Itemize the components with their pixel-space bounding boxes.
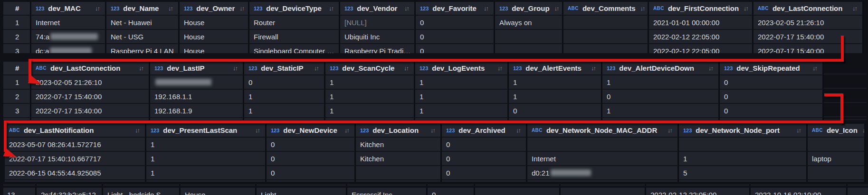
- column-header-dev_LogEvents[interactable]: 123dev_LogEvents↓↑: [415, 62, 509, 74]
- column-header-dev_Vendor[interactable]: 123dev_Vendor↓↑: [340, 2, 416, 15]
- sort-icon[interactable]: ↓↑: [250, 127, 259, 134]
- column-header-dev_NewDevice[interactable]: 123dev_NewDevice↓↑: [267, 124, 356, 137]
- empty-cell: [103, 184, 181, 186]
- sort-icon[interactable]: ↓↑: [340, 127, 349, 134]
- column-header-dev_AlertDeviceDown[interactable]: 123dev_AlertDeviceDown↓↑: [602, 62, 720, 74]
- sort-icon[interactable]: ↓↑: [324, 5, 333, 12]
- number-type-icon: 123: [724, 65, 733, 71]
- column-header-dev_DeviceType[interactable]: 123dev_DeviceType↓↑: [249, 2, 340, 15]
- cell-dev_LastConnection: 2022-07-17 15:40:00: [31, 103, 150, 117]
- column-header-dev_Network_Node_port[interactable]: 123dev_Network_Node_port↓↑: [679, 124, 808, 137]
- cell-dev_SkipRepeated: 0: [720, 103, 824, 117]
- cell-dev_Owner: House: [181, 187, 257, 195]
- column-header-dev_ScanCycle[interactable]: 123dev_ScanCycle↓↑: [325, 62, 415, 74]
- column-header-dev_LastConnection[interactable]: ABCdev_LastConnection↓↑: [754, 2, 864, 15]
- cell-value: Net - Huawei: [111, 19, 152, 27]
- column-label: #: [15, 64, 19, 72]
- cell-dev_Network_Node_MAC_ADDR: d0:21: [527, 165, 679, 179]
- cell-dev_Owner: House: [180, 43, 249, 53]
- column-header-dev_Network_Node_MAC_ADDR[interactable]: ABCdev_Network_Node_MAC_ADDR↓↑: [527, 124, 679, 137]
- cell-value: 1: [330, 107, 334, 115]
- sort-icon[interactable]: ↓↑: [663, 127, 672, 134]
- column-label: dev_Vendor: [357, 4, 397, 12]
- sort-icon[interactable]: ↓↑: [309, 65, 318, 72]
- column-header-dev_Comments[interactable]: ABCdev_Comments↓↑: [563, 2, 649, 15]
- sort-icon[interactable]: ↓↑: [479, 5, 488, 12]
- sort-icon[interactable]: ↓↑: [739, 5, 748, 12]
- empty-row-sliver: [3, 184, 868, 186]
- cell-value: 2022-07-17 15:40:00: [36, 93, 102, 101]
- column-header-dev_Icon[interactable]: ABCdev_Icon↓↑: [808, 124, 866, 137]
- empty-cell: [602, 117, 720, 120]
- sort-icon[interactable]: ↓↑: [636, 5, 645, 12]
- column-label: dev_FirstConnection: [668, 4, 739, 12]
- column-header-dev_Owner[interactable]: 123dev_Owner↓↑: [180, 2, 249, 15]
- sort-icon[interactable]: ↓↑: [235, 5, 244, 12]
- cell-dev_Location: Kitchen: [356, 151, 442, 165]
- sort-icon[interactable]: ↓↑: [163, 5, 172, 12]
- sort-icon[interactable]: ↓↑: [400, 5, 409, 12]
- column-header-dev_MAC[interactable]: 123dev_MAC↓↑: [31, 2, 106, 15]
- column-label: dev_Name: [123, 4, 159, 12]
- column-header-dev_StaticIP[interactable]: 123dev_StaticIP↓↑: [244, 62, 325, 74]
- cell-value: 1: [513, 93, 517, 101]
- sort-icon[interactable]: ↓↑: [228, 65, 237, 72]
- column-header-dev_Archived[interactable]: 123dev_Archived↓↑: [442, 124, 527, 137]
- sort-icon[interactable]: ↓↑: [858, 127, 866, 134]
- column-label: #: [15, 4, 19, 12]
- column-header-dev_LastConnection[interactable]: ABCdev_LastConnection↓↑: [31, 62, 150, 74]
- column-header-dev_LastIP[interactable]: 123dev_LastIP↓↑: [150, 62, 244, 74]
- table-row: 3dc:aRaspberry Pi 4 LANHouseSingleboard …: [3, 43, 864, 53]
- column-header-dev_SkipRepeated[interactable]: 123dev_SkipRepeated↓↑: [720, 62, 824, 74]
- sort-icon[interactable]: ↓↑: [493, 65, 502, 72]
- sort-icon[interactable]: ↓↑: [134, 65, 143, 72]
- empty-cell: [415, 117, 509, 120]
- sort-icon[interactable]: ↓↑: [550, 5, 559, 12]
- number-type-icon: 123: [151, 128, 159, 133]
- column-header-dev_LastNotification[interactable]: ABCdev_LastNotification↓↑: [5, 124, 146, 137]
- cell-dev_StaticIP: 0: [244, 74, 325, 89]
- cell-value: 0: [513, 107, 517, 115]
- column-header-dev_FirstConnection[interactable]: ABCdev_FirstConnection↓↑: [649, 2, 754, 15]
- cell-value: 1: [330, 78, 334, 86]
- column-header-dev_Group[interactable]: 123dev_Group↓↑: [495, 2, 563, 15]
- cell-value: House: [184, 47, 204, 54]
- cell-dev_Location: [356, 165, 442, 179]
- sort-icon[interactable]: ↓↑: [792, 127, 801, 134]
- cell-value: 1: [248, 107, 252, 115]
- column-header-dev_Name[interactable]: 123dev_Name↓↑: [106, 2, 180, 15]
- column-label: dev_SkipRepeated: [736, 64, 800, 72]
- column-header-#[interactable]: #: [3, 62, 31, 74]
- column-header-#[interactable]: #: [3, 2, 31, 15]
- cell-dev_Owner: House: [180, 29, 249, 43]
- cell-value: 2023-02-05 21:26:10: [758, 19, 824, 27]
- cell-value: Firewall: [254, 33, 278, 41]
- column-label: dev_AlertDeviceDown: [619, 64, 694, 72]
- sort-icon[interactable]: ↓↑: [808, 65, 817, 72]
- cell-dev_Vendor: [NULL]: [340, 15, 416, 29]
- sort-icon[interactable]: ↓↑: [90, 5, 99, 12]
- column-header-dev_Favorite[interactable]: 123dev_Favorite↓↑: [416, 2, 495, 15]
- cell-dev_Archived: 0: [442, 151, 527, 165]
- column-header-dev_PresentLastScan[interactable]: 123dev_PresentLastScan↓↑: [146, 124, 267, 137]
- sort-icon[interactable]: ↓↑: [848, 5, 857, 12]
- sort-icon[interactable]: ↓↑: [586, 65, 595, 72]
- sort-icon[interactable]: ↓↑: [704, 65, 713, 72]
- cell-value: Light: [261, 191, 277, 195]
- empty-cell: [646, 184, 751, 186]
- column-header-dev_Location[interactable]: 123dev_Location↓↑: [356, 124, 442, 137]
- cell-value: 0: [724, 78, 728, 86]
- cell-value: Ubiquiti Inc: [344, 33, 380, 41]
- cell-value: 2022-07-17 15:40:00: [36, 107, 102, 115]
- cell-value: 1: [151, 155, 154, 163]
- sort-icon[interactable]: ↓↑: [511, 127, 520, 134]
- sort-icon[interactable]: ↓↑: [399, 65, 408, 72]
- cell-value: 0: [446, 140, 450, 149]
- cell-blank: [848, 187, 868, 195]
- sort-icon[interactable]: ↓↑: [130, 127, 139, 134]
- cell-dev_Icon: [808, 165, 866, 179]
- sort-icon[interactable]: ↓↑: [426, 127, 435, 134]
- cell-dev_ScanCycle: 1: [325, 74, 415, 89]
- column-header-dev_AlertEvents[interactable]: 123dev_AlertEvents↓↑: [509, 62, 602, 74]
- column-label: dev_LogEvents: [432, 64, 485, 72]
